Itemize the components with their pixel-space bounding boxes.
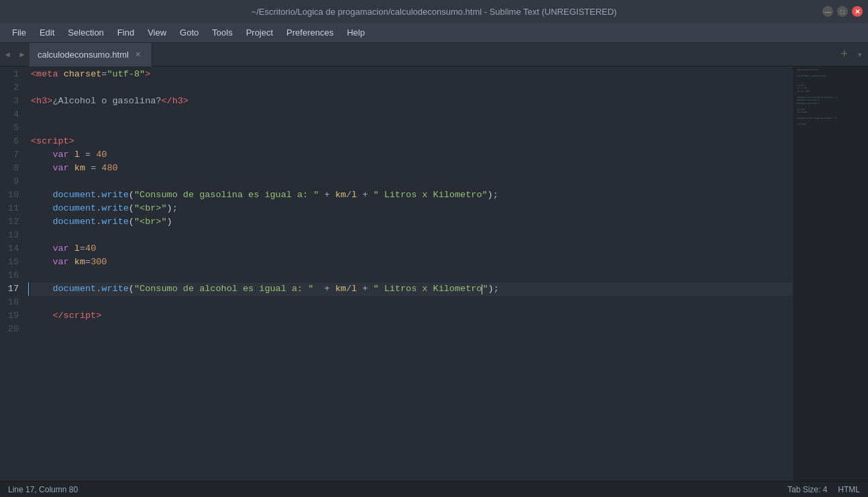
code-line-14: var l=40 [31, 242, 793, 256]
code-line-11: document.write("<br>"); [31, 202, 793, 215]
menu-preferences[interactable]: Preferences [280, 25, 340, 40]
line-num-2: 2 [7, 81, 19, 95]
line-num-14: 14 [7, 242, 19, 256]
menu-file[interactable]: File [5, 25, 33, 40]
mini-line-9 [797, 93, 856, 96]
line-num-15: 15 [7, 256, 19, 269]
code-line-5 [31, 121, 793, 135]
tab-bar: ◀ ▶ calculodeconsumo.html ✕ + ▾ [0, 43, 868, 66]
code-line-8: var km = 480 [31, 162, 793, 175]
code-line-3: <h3>¿Alcohol o gasolina?</h3> [31, 95, 793, 108]
line-num-3: 3 [7, 95, 19, 108]
scrollbar[interactable] [860, 66, 868, 481]
code-line-1: <meta charset="utf-8"> [31, 68, 793, 81]
mini-line-18 [797, 121, 856, 123]
tab-close-icon[interactable]: ✕ [133, 49, 144, 60]
code-line-19: </script> [31, 309, 793, 323]
tab-size: Tab Size: 4 [788, 485, 827, 494]
mini-line-3: <h3>¿Alcohol o gasolina?</h3> [797, 75, 856, 78]
menu-edit[interactable]: Edit [33, 25, 61, 40]
title-bar: ~/Escritorio/Logica de progamacion/calcu… [0, 0, 868, 23]
line-num-4: 4 [7, 108, 19, 121]
mini-line-20 [797, 127, 856, 129]
line-num-8: 8 [7, 162, 19, 175]
mini-line-13 [797, 105, 856, 108]
menu-help[interactable]: Help [340, 25, 372, 40]
cursor-position: Line 17, Column 80 [8, 485, 78, 494]
line-num-18: 18 [7, 296, 19, 309]
code-line-13 [31, 229, 793, 242]
tab-add-button[interactable]: + [840, 48, 848, 61]
tab-nav-left[interactable]: ◀ [0, 43, 15, 66]
line-num-12: 12 [7, 215, 19, 229]
menu-bar: File Edit Selection Find View Goto Tools… [0, 23, 868, 43]
mini-line-15: var km=300 [797, 111, 856, 114]
mini-line-5 [797, 81, 856, 84]
line-num-16: 16 [7, 269, 19, 282]
minimap-content: <meta charset="utf-8"> <h3>¿Alcohol o ga… [793, 66, 860, 132]
status-right: Tab Size: 4 HTML [788, 485, 860, 494]
code-line-15: var km=300 [31, 256, 793, 269]
code-line-6: <script> [31, 135, 793, 148]
line-num-5: 5 [7, 121, 19, 135]
line-num-10: 10 [7, 188, 19, 202]
active-line-indicator [28, 282, 29, 296]
maximize-button[interactable]: □ [837, 6, 848, 17]
mini-line-7: var l = 40 [797, 87, 856, 90]
tab-calculodeconsumo[interactable]: calculodeconsumo.html ✕ [30, 43, 152, 66]
code-line-18 [31, 296, 793, 309]
code-line-10: document.write("Consumo de gasolina es i… [31, 188, 793, 202]
mini-line-19: </script> [797, 123, 856, 126]
code-line-7: var l = 40 [31, 148, 793, 162]
menu-find[interactable]: Find [111, 25, 141, 40]
code-line-9 [31, 175, 793, 188]
editor: 1 2 3 4 5 6 7 8 9 10 11 12 13 14 15 16 1… [0, 66, 868, 481]
menu-project[interactable]: Project [239, 25, 280, 40]
code-area[interactable]: <meta charset="utf-8"> <h3>¿Alcohol o ga… [28, 66, 793, 481]
code-line-4 [31, 108, 793, 121]
window-title: ~/Escritorio/Logica de progamacion/calcu… [252, 7, 617, 17]
tab-nav-right[interactable]: ▶ [15, 43, 30, 66]
line-num-1: 1 [7, 68, 19, 81]
line-num-19: 19 [7, 309, 19, 323]
line-num-20: 20 [7, 323, 19, 336]
line-num-7: 7 [7, 148, 19, 162]
mini-line-14: var l=40 [797, 109, 856, 111]
mini-line-4 [797, 78, 856, 81]
minimap: <meta charset="utf-8"> <h3>¿Alcohol o ga… [793, 66, 860, 481]
window-controls: — □ ✕ [822, 6, 863, 17]
menu-selection[interactable]: Selection [61, 25, 110, 40]
mini-line-8: var km = 480 [797, 91, 856, 93]
status-bar: Line 17, Column 80 Tab Size: 4 HTML [0, 481, 868, 497]
mini-line-16 [797, 115, 856, 117]
mini-line-11: document.write("<br>"); [797, 99, 856, 102]
menu-view[interactable]: View [141, 25, 173, 40]
status-left: Line 17, Column 80 [8, 485, 78, 494]
tab-layout-button[interactable]: ▾ [857, 49, 863, 60]
mini-line-1: <meta charset="utf-8"> [797, 69, 856, 72]
code-line-2 [31, 81, 793, 95]
line-num-6: 6 [7, 135, 19, 148]
mini-line-6: <script> [797, 85, 856, 87]
close-button[interactable]: ✕ [852, 6, 863, 17]
minimize-button[interactable]: — [822, 6, 833, 17]
code-line-17: document.write("Consumo de alcohol es ig… [31, 282, 793, 296]
line-num-13: 13 [7, 229, 19, 242]
code-line-20 [31, 323, 793, 336]
tab-label: calculodeconsumo.html [38, 50, 129, 60]
menu-tools[interactable]: Tools [205, 25, 239, 40]
line-num-17: 17 [7, 282, 19, 296]
mini-line-12: document.write("<br>") [797, 103, 856, 105]
syntax-label: HTML [838, 485, 860, 494]
mini-line-2 [797, 72, 856, 75]
line-num-9: 9 [7, 175, 19, 188]
mini-line-10: document.write("Consumo de gasolina...")… [797, 97, 856, 99]
mini-line-17: document.write("Consumo de alcohol..."); [797, 117, 856, 120]
menu-goto[interactable]: Goto [173, 25, 205, 40]
line-numbers: 1 2 3 4 5 6 7 8 9 10 11 12 13 14 15 16 1… [0, 66, 28, 481]
code-line-12: document.write("<br>") [31, 215, 793, 229]
code-line-16 [31, 269, 793, 282]
line-num-11: 11 [7, 202, 19, 215]
